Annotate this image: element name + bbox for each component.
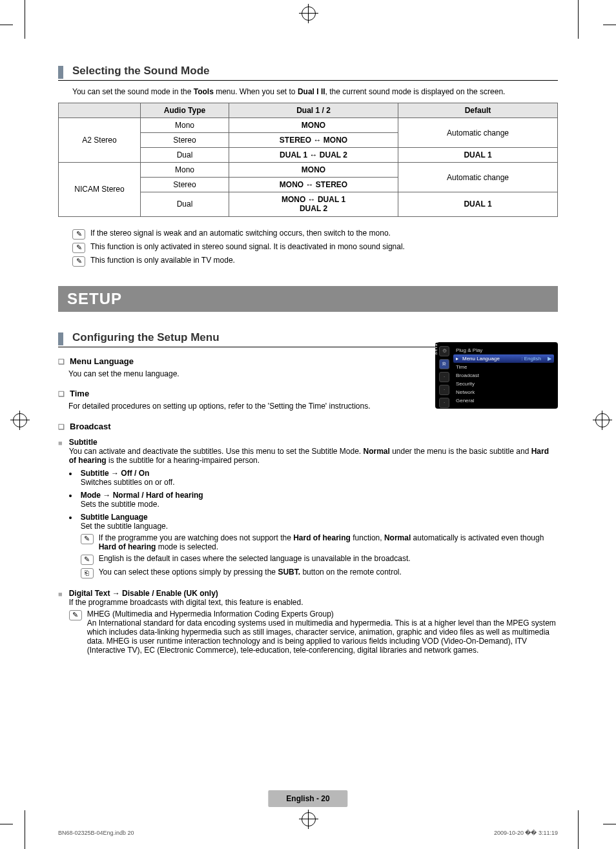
note-icon: ✎ <box>69 610 82 620</box>
section-title: Selecting the Sound Mode <box>72 65 210 80</box>
tv-menu-item: Network <box>453 388 554 396</box>
crop-mark <box>603 25 616 25</box>
digital-text-body: If the programme broadcasts with digital… <box>69 598 558 607</box>
list-item: Subtitle → Off / On Switches subtitles o… <box>78 469 558 487</box>
chevron-right-icon: ▶ <box>548 356 551 362</box>
note-icon: ✎ <box>81 555 94 565</box>
tv-menu-item: General <box>453 396 554 405</box>
tv-menu-item-selected: ▸ Menu Language : English ▶ <box>453 354 554 363</box>
sound-intro: You can set the sound mode in the Tools … <box>72 87 558 96</box>
table-cell: DUAL 1 ↔ DUAL 2 <box>229 148 398 163</box>
table-header: Dual 1 / 2 <box>229 103 398 118</box>
square-bullet-icon: ❏ <box>58 423 65 431</box>
tv-menu-item: Plug & Play <box>453 346 554 354</box>
box-bullet-icon: ■ <box>58 439 63 582</box>
note-icon: ✎ <box>72 229 85 240</box>
square-bullet-icon: ❏ <box>58 358 65 366</box>
table-cell: Dual <box>141 148 229 163</box>
note-text: MHEG (Multimedia and Hypermedia Informat… <box>87 609 558 655</box>
tv-menu-side-label: Setup <box>433 340 438 355</box>
table-cell: DUAL 1 <box>398 148 558 163</box>
registration-mark-icon <box>13 413 27 427</box>
page-footer-label: English - 20 <box>268 790 347 807</box>
table-cell: Stereo <box>141 133 229 148</box>
crop-mark <box>603 824 616 824</box>
square-bullet-icon: ❏ <box>58 390 65 398</box>
crop-mark <box>25 810 25 849</box>
table-cell: Mono <box>141 118 229 133</box>
tv-menu-icon: · <box>439 372 449 382</box>
tv-menu-item: Time <box>453 363 554 371</box>
table-cell: STEREO ↔ MONO <box>229 133 398 148</box>
table-cell: NICAM Stereo <box>59 163 141 217</box>
crop-mark <box>578 810 579 849</box>
note-text: If the stereo signal is weak and an auto… <box>90 229 391 240</box>
footer-timestamp: 2009-10-20 �� 3:11:19 <box>494 830 558 836</box>
heading-bar-icon <box>58 332 63 345</box>
table-cell: A2 Stereo <box>59 118 141 163</box>
note-text: You can select these options simply by p… <box>99 568 402 578</box>
registration-mark-icon <box>302 6 316 21</box>
sound-notes: ✎If the stereo signal is weak and an aut… <box>72 229 558 267</box>
sound-mode-table: Audio Type Dual 1 / 2 Default A2 Stereo … <box>58 103 558 217</box>
note-text: If the programme you are watching does n… <box>99 533 558 551</box>
table-cell: MONO <box>229 118 398 133</box>
registration-mark-icon <box>302 812 316 826</box>
table-cell: Mono <box>141 163 229 178</box>
crop-mark <box>578 0 579 39</box>
digital-text-heading: Digital Text → Disable / Enable (UK only… <box>69 589 558 598</box>
crop-mark <box>0 824 13 824</box>
registration-mark-icon <box>595 413 610 427</box>
note-text: This function is only available in TV mo… <box>90 256 235 267</box>
box-bullet-icon: ■ <box>58 590 63 657</box>
table-cell: Automatic change <box>398 163 558 192</box>
tv-setup-menu-screenshot: Setup ⚙ ⛭ · · · Plug & Play ▸ Menu Langu… <box>435 342 558 409</box>
table-cell: MONO ↔ STEREO <box>229 178 398 192</box>
footer-file: BN68-02325B-04Eng.indb 20 <box>58 830 134 836</box>
note-text: This function is only activated in stere… <box>90 242 405 253</box>
tv-menu-item: Broadcast <box>453 371 554 380</box>
crop-mark <box>25 0 25 39</box>
note-icon: ✎ <box>81 534 94 544</box>
table-cell: MONO <box>229 163 398 178</box>
subsub-subtitle: ■ Subtitle You can activate and deactiva… <box>58 438 558 582</box>
table-cell: Dual <box>141 192 229 217</box>
tv-menu-icon: ⛭ <box>439 359 449 369</box>
setup-section-bar: SETUP <box>58 286 558 312</box>
crop-mark <box>0 25 13 25</box>
tv-menu-item: Security <box>453 380 554 388</box>
note-icon: ✎ <box>72 256 85 267</box>
section-heading-sound: Selecting the Sound Mode <box>58 65 558 81</box>
table-cell: DUAL 1 <box>398 192 558 217</box>
table-header <box>59 103 141 118</box>
tv-menu-icon: · <box>439 385 449 395</box>
tv-menu-icon: · <box>439 398 449 408</box>
footer-meta: BN68-02325B-04Eng.indb 20 2009-10-20 �� … <box>58 830 558 836</box>
subsub-digital-text: ■ Digital Text → Disable / Enable (UK on… <box>58 589 558 657</box>
table-header: Default <box>398 103 558 118</box>
table-cell: MONO ↔ DUAL 1 DUAL 2 <box>229 192 398 217</box>
table-cell: Stereo <box>141 178 229 192</box>
note-text: English is the default in cases where th… <box>99 554 411 565</box>
subtitle-heading: Subtitle <box>69 438 558 447</box>
table-cell: Automatic change <box>398 118 558 148</box>
remote-icon: ⎗ <box>81 568 94 578</box>
subtitle-body: You can activate and deactivate the subt… <box>69 447 558 465</box>
note-icon: ✎ <box>72 243 85 253</box>
list-item: Subtitle Language Set the subtitle langu… <box>78 513 558 578</box>
table-header: Audio Type <box>141 103 229 118</box>
section-title: Configuring the Setup Menu <box>72 331 220 347</box>
heading-bar-icon <box>58 66 63 79</box>
list-item: Mode → Normal / Hard of hearing Sets the… <box>78 491 558 509</box>
tv-menu-icon: ⚙ <box>439 346 449 356</box>
subheading-broadcast: ❏ Broadcast <box>58 422 558 431</box>
